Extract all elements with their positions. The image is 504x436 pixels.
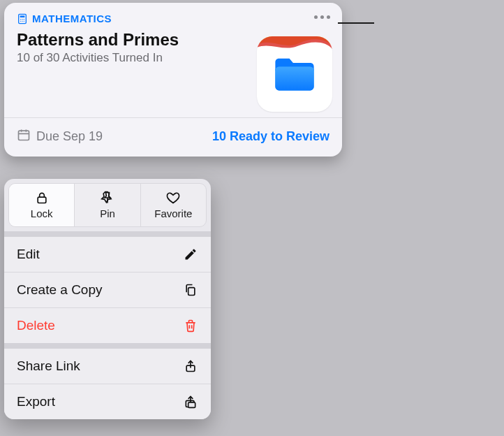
subject-label: MATHEMATICS	[32, 13, 112, 24]
share-icon	[183, 358, 198, 374]
more-button[interactable]	[311, 8, 332, 25]
svg-point-2	[20, 19, 21, 20]
segmented-control: Lock Pin Favorite	[8, 183, 207, 227]
edit-item[interactable]: Edit	[4, 237, 211, 272]
svg-rect-10	[19, 131, 29, 140]
lock-button[interactable]: Lock	[9, 184, 74, 226]
assignment-card: MATHEMATICS Patterns and Primes 10 of 30…	[4, 3, 342, 157]
ready-to-review-link[interactable]: 10 Ready to Review	[212, 129, 329, 144]
favorite-button[interactable]: Favorite	[140, 184, 206, 226]
menu-group-divider	[4, 343, 211, 349]
due-row: Due Sep 19	[17, 128, 103, 145]
svg-rect-16	[188, 288, 195, 296]
copy-icon	[183, 282, 198, 298]
lock-label: Lock	[31, 208, 53, 219]
menu-group-divider	[4, 231, 211, 237]
card-header: MATHEMATICS Patterns and Primes 10 of 30…	[4, 3, 342, 117]
pin-label: Pin	[100, 208, 115, 219]
svg-rect-19	[188, 402, 195, 408]
edit-label: Edit	[17, 247, 40, 262]
svg-rect-14	[38, 197, 46, 203]
card-footer: Due Sep 19 10 Ready to Review	[4, 118, 342, 157]
share-link-item[interactable]: Share Link	[4, 349, 211, 384]
svg-point-3	[22, 19, 22, 20]
svg-rect-1	[20, 15, 25, 17]
lock-icon	[35, 191, 49, 205]
svg-point-5	[20, 20, 21, 21]
app-tile[interactable]	[257, 36, 332, 112]
svg-point-7	[24, 20, 24, 21]
export-icon	[183, 394, 198, 409]
calculator-icon	[17, 13, 28, 24]
stripe-decoration	[257, 36, 332, 49]
delete-label: Delete	[17, 318, 55, 333]
pin-icon	[101, 191, 114, 205]
create-copy-item[interactable]: Create a Copy	[4, 272, 211, 307]
pencil-icon	[183, 247, 198, 262]
export-label: Export	[17, 394, 55, 409]
heart-icon	[166, 191, 180, 205]
subject-row: MATHEMATICS	[17, 13, 329, 24]
favorite-label: Favorite	[154, 208, 192, 219]
folder-icon	[271, 50, 318, 98]
context-menu: Lock Pin Favorite Edit	[4, 179, 211, 419]
svg-rect-9	[275, 66, 313, 90]
due-label: Due Sep 19	[36, 129, 103, 144]
delete-item[interactable]: Delete	[4, 307, 211, 343]
trash-icon	[183, 318, 198, 333]
svg-point-6	[22, 20, 22, 21]
calendar-icon	[17, 128, 31, 145]
share-label: Share Link	[17, 358, 80, 374]
copy-label: Create a Copy	[17, 282, 103, 298]
callout-line	[338, 22, 374, 24]
ellipsis-icon	[314, 15, 318, 19]
pin-button[interactable]: Pin	[74, 184, 140, 226]
svg-point-4	[24, 19, 24, 20]
export-item[interactable]: Export	[4, 384, 211, 419]
